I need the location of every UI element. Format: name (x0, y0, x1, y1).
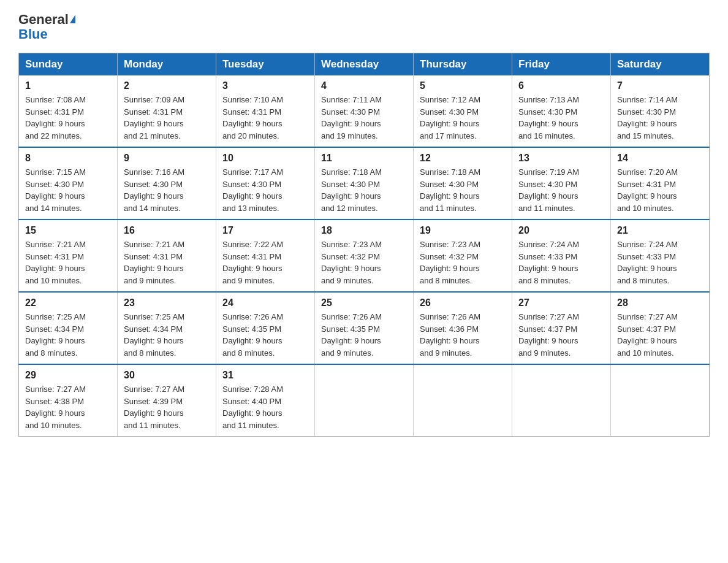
calendar-day-cell: 7Sunrise: 7:14 AMSunset: 4:30 PMDaylight… (611, 75, 710, 147)
day-number: 5 (420, 80, 506, 91)
calendar-day-cell (512, 364, 611, 437)
day-number: 13 (518, 153, 604, 164)
day-number: 17 (222, 225, 308, 236)
day-number: 28 (617, 297, 703, 308)
day-number: 16 (124, 225, 210, 236)
day-number: 6 (518, 80, 604, 91)
day-info: Sunrise: 7:19 AMSunset: 4:30 PMDaylight:… (518, 166, 604, 214)
calendar-day-cell: 27Sunrise: 7:27 AMSunset: 4:37 PMDayligh… (512, 292, 611, 364)
day-of-week-header: Tuesday (216, 53, 315, 76)
calendar-header-row: SundayMondayTuesdayWednesdayThursdayFrid… (19, 53, 710, 76)
day-number: 14 (617, 153, 703, 164)
day-number: 4 (321, 80, 407, 91)
calendar-day-cell: 28Sunrise: 7:27 AMSunset: 4:37 PMDayligh… (611, 292, 710, 364)
calendar-day-cell: 15Sunrise: 7:21 AMSunset: 4:31 PMDayligh… (19, 220, 118, 292)
calendar-day-cell: 24Sunrise: 7:26 AMSunset: 4:35 PMDayligh… (216, 292, 315, 364)
calendar-week-row: 29Sunrise: 7:27 AMSunset: 4:38 PMDayligh… (19, 364, 710, 437)
day-info: Sunrise: 7:21 AMSunset: 4:31 PMDaylight:… (25, 239, 111, 286)
day-of-week-header: Wednesday (315, 53, 414, 76)
day-info: Sunrise: 7:21 AMSunset: 4:31 PMDaylight:… (124, 239, 210, 286)
day-number: 18 (321, 225, 407, 236)
calendar-week-row: 22Sunrise: 7:25 AMSunset: 4:34 PMDayligh… (19, 292, 710, 364)
day-info: Sunrise: 7:27 AMSunset: 4:39 PMDaylight:… (124, 383, 210, 431)
calendar-day-cell: 18Sunrise: 7:23 AMSunset: 4:32 PMDayligh… (315, 220, 414, 292)
day-info: Sunrise: 7:26 AMSunset: 4:36 PMDaylight:… (420, 311, 506, 359)
calendar-day-cell: 8Sunrise: 7:15 AMSunset: 4:30 PMDaylight… (19, 147, 118, 220)
calendar-day-cell: 29Sunrise: 7:27 AMSunset: 4:38 PMDayligh… (19, 364, 118, 437)
day-number: 19 (420, 225, 506, 236)
calendar-table: SundayMondayTuesdayWednesdayThursdayFrid… (18, 53, 710, 437)
calendar-day-cell: 23Sunrise: 7:25 AMSunset: 4:34 PMDayligh… (118, 292, 216, 364)
day-info: Sunrise: 7:25 AMSunset: 4:34 PMDaylight:… (25, 311, 111, 359)
logo-text: General Blue (18, 12, 75, 42)
calendar-week-row: 15Sunrise: 7:21 AMSunset: 4:31 PMDayligh… (19, 220, 710, 292)
logo-blue: Blue (18, 26, 48, 42)
calendar-day-cell (611, 364, 710, 437)
day-number: 9 (124, 153, 210, 164)
day-info: Sunrise: 7:12 AMSunset: 4:30 PMDaylight:… (420, 94, 506, 142)
day-of-week-header: Thursday (414, 53, 512, 76)
calendar-day-cell: 31Sunrise: 7:28 AMSunset: 4:40 PMDayligh… (216, 364, 315, 437)
day-number: 1 (25, 80, 111, 91)
day-info: Sunrise: 7:18 AMSunset: 4:30 PMDaylight:… (420, 166, 506, 214)
day-number: 27 (518, 297, 604, 308)
day-number: 8 (25, 153, 111, 164)
day-number: 29 (25, 370, 111, 381)
day-number: 11 (321, 153, 407, 164)
day-info: Sunrise: 7:08 AMSunset: 4:31 PMDaylight:… (25, 94, 111, 142)
logo-general: General (18, 12, 69, 27)
calendar-day-cell: 19Sunrise: 7:23 AMSunset: 4:32 PMDayligh… (414, 220, 512, 292)
day-info: Sunrise: 7:28 AMSunset: 4:40 PMDaylight:… (222, 383, 308, 431)
day-number: 26 (420, 297, 506, 308)
day-info: Sunrise: 7:27 AMSunset: 4:37 PMDaylight:… (617, 311, 703, 359)
calendar-day-cell: 2Sunrise: 7:09 AMSunset: 4:31 PMDaylight… (118, 75, 216, 147)
day-info: Sunrise: 7:09 AMSunset: 4:31 PMDaylight:… (124, 94, 210, 142)
calendar-day-cell: 3Sunrise: 7:10 AMSunset: 4:31 PMDaylight… (216, 75, 315, 147)
day-number: 23 (124, 297, 210, 308)
day-number: 22 (25, 297, 111, 308)
day-info: Sunrise: 7:22 AMSunset: 4:31 PMDaylight:… (222, 239, 308, 286)
calendar-day-cell: 14Sunrise: 7:20 AMSunset: 4:31 PMDayligh… (611, 147, 710, 220)
day-info: Sunrise: 7:16 AMSunset: 4:30 PMDaylight:… (124, 166, 210, 214)
day-info: Sunrise: 7:25 AMSunset: 4:34 PMDaylight:… (124, 311, 210, 359)
day-info: Sunrise: 7:26 AMSunset: 4:35 PMDaylight:… (222, 311, 308, 359)
calendar-week-row: 1Sunrise: 7:08 AMSunset: 4:31 PMDaylight… (19, 75, 710, 147)
day-info: Sunrise: 7:27 AMSunset: 4:38 PMDaylight:… (25, 383, 111, 431)
logo: General Blue (18, 12, 75, 42)
day-of-week-header: Sunday (19, 53, 118, 76)
calendar-day-cell: 21Sunrise: 7:24 AMSunset: 4:33 PMDayligh… (611, 220, 710, 292)
day-info: Sunrise: 7:15 AMSunset: 4:30 PMDaylight:… (25, 166, 111, 214)
day-of-week-header: Friday (512, 53, 611, 76)
day-number: 2 (124, 80, 210, 91)
calendar-day-cell: 22Sunrise: 7:25 AMSunset: 4:34 PMDayligh… (19, 292, 118, 364)
day-number: 25 (321, 297, 407, 308)
day-info: Sunrise: 7:24 AMSunset: 4:33 PMDaylight:… (617, 239, 703, 286)
day-of-week-header: Monday (118, 53, 216, 76)
day-number: 24 (222, 297, 308, 308)
day-number: 31 (222, 370, 308, 381)
page-header: General Blue (18, 12, 710, 42)
calendar-day-cell: 4Sunrise: 7:11 AMSunset: 4:30 PMDaylight… (315, 75, 414, 147)
calendar-day-cell: 16Sunrise: 7:21 AMSunset: 4:31 PMDayligh… (118, 220, 216, 292)
day-number: 3 (222, 80, 308, 91)
day-info: Sunrise: 7:14 AMSunset: 4:30 PMDaylight:… (617, 94, 703, 142)
calendar-day-cell: 11Sunrise: 7:18 AMSunset: 4:30 PMDayligh… (315, 147, 414, 220)
day-info: Sunrise: 7:27 AMSunset: 4:37 PMDaylight:… (518, 311, 604, 359)
calendar-day-cell: 10Sunrise: 7:17 AMSunset: 4:30 PMDayligh… (216, 147, 315, 220)
calendar-day-cell: 12Sunrise: 7:18 AMSunset: 4:30 PMDayligh… (414, 147, 512, 220)
day-number: 30 (124, 370, 210, 381)
day-number: 20 (518, 225, 604, 236)
day-number: 7 (617, 80, 703, 91)
calendar-day-cell: 30Sunrise: 7:27 AMSunset: 4:39 PMDayligh… (118, 364, 216, 437)
calendar-week-row: 8Sunrise: 7:15 AMSunset: 4:30 PMDaylight… (19, 147, 710, 220)
day-info: Sunrise: 7:17 AMSunset: 4:30 PMDaylight:… (222, 166, 308, 214)
calendar-day-cell: 20Sunrise: 7:24 AMSunset: 4:33 PMDayligh… (512, 220, 611, 292)
day-info: Sunrise: 7:13 AMSunset: 4:30 PMDaylight:… (518, 94, 604, 142)
calendar-day-cell: 26Sunrise: 7:26 AMSunset: 4:36 PMDayligh… (414, 292, 512, 364)
calendar-day-cell: 5Sunrise: 7:12 AMSunset: 4:30 PMDaylight… (414, 75, 512, 147)
calendar-day-cell: 1Sunrise: 7:08 AMSunset: 4:31 PMDaylight… (19, 75, 118, 147)
calendar-day-cell (414, 364, 512, 437)
calendar-day-cell: 25Sunrise: 7:26 AMSunset: 4:35 PMDayligh… (315, 292, 414, 364)
day-number: 10 (222, 153, 308, 164)
calendar-day-cell: 13Sunrise: 7:19 AMSunset: 4:30 PMDayligh… (512, 147, 611, 220)
